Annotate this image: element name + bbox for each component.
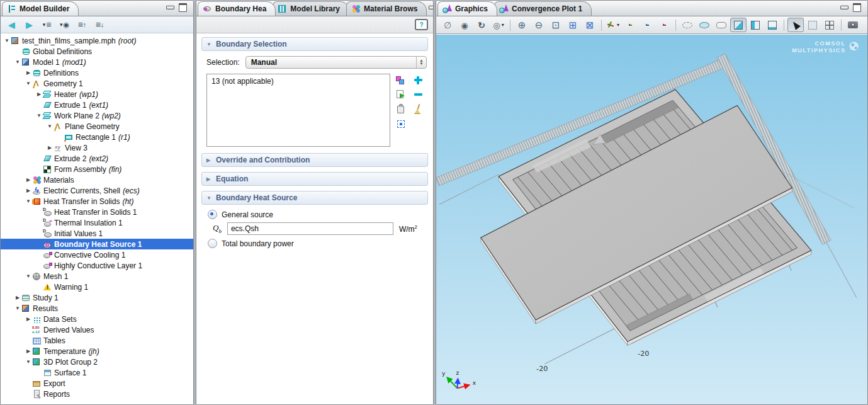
selection-dropdown[interactable]: Manual ▲▼ [245, 56, 427, 69]
select-boundary-icon[interactable] [747, 18, 764, 32]
default-view-icon[interactable]: ▾ [605, 18, 621, 32]
back-icon[interactable] [4, 18, 20, 31]
tab-convergence-plot-1[interactable]: Convergence Plot 1 [494, 1, 592, 16]
tree-collapsed-arrow[interactable]: ▶ [25, 188, 32, 193]
tree-item-definitions[interactable]: ▶Definitions [1, 67, 193, 78]
tree-item-heat-transfer-in-solids[interactable]: ▼Heat Transfer in Solids(ht) [1, 196, 193, 207]
forward-icon[interactable] [21, 18, 37, 31]
section-override[interactable]: ▶ Override and Contribution [201, 153, 428, 167]
tree-item-reports[interactable]: Reports [1, 389, 193, 399]
tree-item-plane-geometry[interactable]: ▼Plane Geometry [1, 121, 193, 132]
tree-item-model-1[interactable]: ▼Model 1(mod1) [1, 57, 193, 67]
tree-item-form-assembly[interactable]: Form Assembly(fin) [1, 164, 193, 174]
transparent-cube-icon[interactable] [804, 18, 821, 32]
tree-expanded-arrow[interactable]: ▼ [35, 113, 43, 118]
radio-selected-icon[interactable] [208, 210, 217, 219]
tree-item-initial-values-1[interactable]: Initial Values 1 [1, 228, 193, 239]
radio-unselected-icon[interactable] [208, 239, 217, 248]
tab-model-builder[interactable]: Model Builder [2, 1, 79, 16]
minimize-icon[interactable] [429, 6, 434, 9]
maximize-icon[interactable] [179, 3, 187, 12]
zoom-extents-icon[interactable] [582, 18, 598, 32]
tree-item-global-definitions[interactable]: Global Definitions [1, 46, 193, 57]
wireframe-cube-icon[interactable] [821, 18, 838, 32]
tree-item-temperature[interactable]: ▶Temperature(jh) [1, 346, 193, 357]
zx-view-icon[interactable] [656, 18, 672, 32]
selection-list-item[interactable]: 13 (not applicable) [211, 76, 385, 86]
tree-item-3d-plot-group-2[interactable]: ▼3D Plot Group 2 [1, 357, 193, 367]
minimize-icon[interactable] [840, 6, 848, 9]
tree-item-thermal-insulation-1[interactable]: Thermal Insulation 1 [1, 217, 193, 228]
tree-expanded-arrow[interactable]: ▼ [46, 123, 54, 129]
pointer-icon[interactable] [787, 18, 804, 32]
maximize-icon[interactable] [853, 3, 861, 12]
tree-item-boundary-heat-source-1[interactable]: Boundary Heat Source 1 [1, 239, 193, 249]
tree-item-mesh-1[interactable]: ▼Mesh 1 [1, 271, 193, 282]
tab-model-library[interactable]: Model Library [273, 1, 349, 16]
paste-selection-icon[interactable] [393, 88, 409, 101]
minimize-icon[interactable] [166, 6, 174, 9]
select-capsule-icon[interactable] [713, 18, 730, 32]
tree-expanded-arrow[interactable]: ▼ [25, 81, 32, 86]
tree-item-export[interactable]: Export [1, 378, 193, 389]
qb-input[interactable]: ecs.Qsh [227, 222, 393, 235]
camera-icon[interactable] [845, 18, 861, 32]
collapse-all-icon[interactable] [39, 18, 55, 31]
section-boundary-selection[interactable]: ▼ Boundary Selection [201, 37, 428, 51]
tree-item-test-thin-films-sample-mph[interactable]: ▼test_thin_films_sample.mph(root) [1, 35, 193, 46]
select-ellipse-dotted-icon[interactable] [679, 18, 696, 32]
tree-item-extrude-1[interactable]: Extrude 1(ext1) [1, 100, 193, 110]
tree-item-data-sets[interactable]: ▶Data Sets [1, 314, 193, 324]
select-edge-icon[interactable] [764, 18, 781, 32]
tab-material-brows[interactable]: Material Brows [346, 1, 427, 16]
tree-item-materials[interactable]: ▶Materials [1, 174, 193, 185]
tree-item-surface-1[interactable]: Surface 1 [1, 367, 193, 378]
zoom-selected-icon[interactable] [393, 117, 409, 130]
zoom-out-icon[interactable] [531, 18, 547, 32]
view-menu-icon[interactable]: ▾ [490, 18, 507, 32]
zoom-in-icon[interactable] [514, 18, 530, 32]
tree-collapsed-arrow[interactable]: ▶ [25, 348, 32, 354]
select-domain-icon[interactable] [730, 18, 747, 32]
tree-expanded-arrow[interactable]: ▼ [25, 198, 32, 204]
tree-item-electric-currents-shell[interactable]: ▶Electric Currents, Shell(ecs) [1, 185, 193, 196]
zoom-selected-icon[interactable] [565, 18, 581, 32]
tree-item-heater[interactable]: ▶Heater(wp1) [1, 89, 193, 100]
boundary-selection-list[interactable]: 13 (not applicable) [206, 74, 390, 147]
yz-view-icon[interactable] [639, 18, 655, 32]
copy-icon[interactable] [393, 103, 409, 116]
tree-collapsed-arrow[interactable]: ▶ [25, 177, 32, 183]
general-source-option[interactable]: General source [208, 210, 427, 219]
tree-collapsed-arrow[interactable]: ▶ [35, 91, 43, 97]
section-equation[interactable]: ▶ Equation [201, 172, 428, 186]
tree-collapsed-arrow[interactable]: ▶ [46, 145, 54, 151]
tree-collapsed-arrow[interactable]: ▶ [25, 70, 32, 76]
move-up-icon[interactable] [74, 18, 90, 31]
section-boundary-heat-source[interactable]: ▼ Boundary Heat Source [201, 191, 428, 205]
tree-collapsed-arrow[interactable]: ▶ [25, 316, 32, 322]
move-down-icon[interactable] [92, 18, 108, 31]
tree-item-view-3[interactable]: ▶View 3 [1, 142, 193, 153]
xy-view-icon[interactable] [622, 18, 638, 32]
graphics-canvas[interactable]: COMSOL MULTIPHYSICS -20 -20 [436, 34, 867, 405]
tree-item-study-1[interactable]: ▶Study 1 [1, 292, 193, 303]
tree-expanded-arrow[interactable]: ▼ [14, 59, 21, 65]
zoom-box-icon[interactable] [548, 18, 564, 32]
tree-expanded-arrow[interactable]: ▼ [3, 38, 11, 43]
tab-boundary-hea[interactable]: Boundary Hea [198, 1, 276, 16]
create-selection-icon[interactable] [393, 74, 409, 87]
refresh-icon[interactable] [473, 18, 490, 32]
tree-expanded-arrow[interactable]: ▼ [14, 305, 21, 311]
tree-item-geometry-1[interactable]: ▼Geometry 1 [1, 78, 193, 89]
remove-icon[interactable] [410, 88, 426, 101]
tree-collapsed-arrow[interactable]: ▶ [14, 295, 21, 300]
tree-item-tables[interactable]: Tables [1, 335, 193, 346]
select-ellipse-icon[interactable] [696, 18, 713, 32]
tree-item-warning-1[interactable]: Warning 1 [1, 282, 193, 292]
tree-item-extrude-2[interactable]: Extrude 2(ext2) [1, 153, 193, 164]
tree-item-convective-cooling-1[interactable]: Convective Cooling 1 [1, 249, 193, 260]
tree-item-highly-conductive-layer-1[interactable]: Highly Conductive Layer 1 [1, 260, 193, 271]
tab-graphics[interactable]: Graphics [437, 1, 497, 16]
clear-icon[interactable] [410, 103, 426, 116]
add-icon[interactable] [410, 74, 426, 87]
